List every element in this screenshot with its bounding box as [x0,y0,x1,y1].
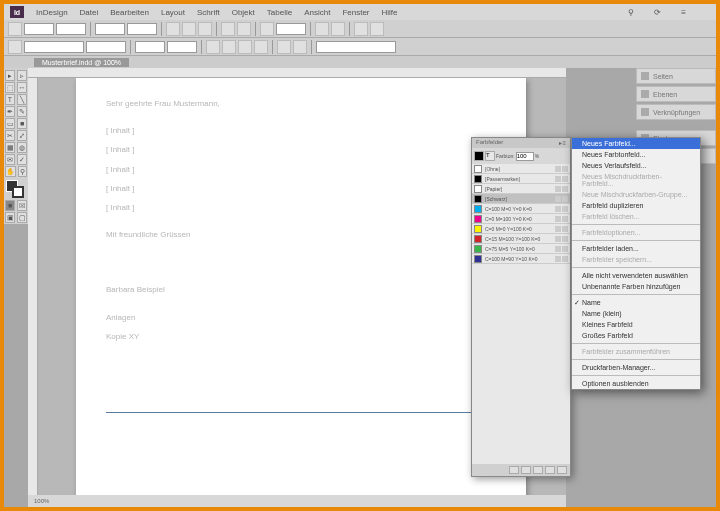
swatch-row[interactable]: [Papier] [472,184,570,194]
apply-color-button[interactable]: ■ [5,200,15,211]
swatch-row[interactable]: C=15 M=100 Y=100 K=0 [472,234,570,244]
show-color-swatches-button[interactable] [521,466,531,474]
show-gradient-swatches-button[interactable] [533,466,543,474]
menu-item[interactable]: Neues Farbfeld... [572,138,700,149]
menu-app[interactable]: InDesign [36,8,68,17]
panel-ebenen[interactable]: Ebenen [636,86,716,102]
menu-item[interactable]: Name (klein) [572,308,700,319]
h-field[interactable] [127,23,157,35]
note-tool[interactable]: ✉ [5,154,15,165]
menu-item[interactable]: Name [572,297,700,308]
menu-item[interactable]: Neues Farbtonfeld... [572,149,700,160]
menu-datei[interactable]: Datei [80,8,99,17]
zoom-level[interactable]: 100% [34,498,49,504]
tint-field[interactable] [516,152,534,161]
swatch-row[interactable]: C=0 M=100 Y=0 K=0 [472,214,570,224]
eyedropper-tool[interactable]: ✓ [17,154,27,165]
menu-item[interactable]: Alle nicht verwendeten auswählen [572,270,700,281]
menu-tabelle[interactable]: Tabelle [267,8,292,17]
fill-indicator-icon[interactable] [474,151,484,161]
font-style-field[interactable] [86,41,126,53]
fx-icon[interactable] [315,22,329,36]
w-field[interactable] [95,23,125,35]
show-all-swatches-button[interactable] [509,466,519,474]
gap-tool[interactable]: ↔ [17,82,27,93]
align-center-icon[interactable] [222,40,236,54]
menu-item[interactable]: Unbenannte Farben hinzufügen [572,281,700,292]
swatch-row[interactable]: C=75 M=5 Y=100 K=0 [472,244,570,254]
menu-layout[interactable]: Layout [161,8,185,17]
stroke-color-box[interactable] [12,186,24,198]
char-icon[interactable] [8,40,22,54]
bullets-icon[interactable] [293,40,307,54]
menu-item[interactable]: Kleines Farbfeld [572,319,700,330]
type-tool[interactable]: T [5,94,15,105]
menu-bearbeiten[interactable]: Bearbeiten [110,8,149,17]
fill-stroke-indicator[interactable] [6,180,24,198]
pencil-tool[interactable]: ✎ [17,106,27,117]
search-icon[interactable]: ⚲ [628,8,634,17]
indent-icon[interactable] [277,40,291,54]
swatch-row[interactable]: C=0 M=0 Y=100 K=0 [472,224,570,234]
justify-icon[interactable] [254,40,268,54]
menu-item[interactable]: Farbfeld duplizieren [572,200,700,211]
swatch-row[interactable]: [Passermarken] [472,174,570,184]
flip-h-icon[interactable] [221,22,235,36]
pen-tool[interactable]: ✒ [5,106,15,117]
rectangle-frame-tool[interactable]: ▭ [5,118,15,129]
menu-ansicht[interactable]: Ansicht [304,8,330,17]
vertical-ruler[interactable] [28,78,38,495]
gradient-tool[interactable]: ▦ [5,142,15,153]
page-tool[interactable]: ⬚ [5,82,15,93]
align-icon[interactable] [354,22,368,36]
menu-item[interactable]: Druckfarben-Manager... [572,362,700,373]
selection-indicator[interactable] [8,22,22,36]
menu-item[interactable]: Farbfelder laden... [572,243,700,254]
view-mode-preview[interactable]: ▢ [17,212,27,223]
zoom-tool[interactable]: ⚲ [18,166,27,177]
shear-icon[interactable] [198,22,212,36]
text-fill-icon[interactable]: T [485,151,495,161]
font-size-field[interactable] [135,41,165,53]
hand-tool[interactable]: ✋ [5,166,16,177]
menu-item[interactable]: Großes Farbfeld [572,330,700,341]
view-mode-normal[interactable]: ▣ [5,212,15,223]
swatch-row[interactable]: [Ohne] [472,164,570,174]
panel-seiten[interactable]: Seiten [636,68,716,84]
stroke-weight-icon[interactable] [260,22,274,36]
swatch-row[interactable]: C=100 M=0 Y=0 K=0 [472,204,570,214]
menu-objekt[interactable]: Objekt [232,8,255,17]
panel-menu-icon[interactable]: ▸≡ [559,139,566,147]
scissors-tool[interactable]: ✂ [5,130,15,141]
swatch-row[interactable]: [Schwarz] [472,194,570,204]
transform-tool[interactable]: ⤢ [17,130,27,141]
document-tab[interactable]: Musterbrief.indd @ 100% [34,58,129,67]
align-left-icon[interactable] [206,40,220,54]
scale-icon[interactable] [166,22,180,36]
menu-fenster[interactable]: Fenster [342,8,369,17]
new-swatch-button[interactable] [545,466,555,474]
y-field[interactable] [56,23,86,35]
stroke-field[interactable] [276,23,306,35]
menu-item[interactable]: Neues Verlaufsfeld... [572,160,700,171]
swatches-panel-header[interactable]: Farbfelder ▸≡ [472,138,570,148]
gradient-feather-tool[interactable]: ◍ [17,142,27,153]
menu-item[interactable]: Optionen ausblenden [572,378,700,389]
delete-swatch-button[interactable] [557,466,567,474]
distribute-icon[interactable] [370,22,384,36]
direct-selection-tool[interactable]: ▹ [17,70,27,81]
para-style-field[interactable] [316,41,396,53]
menu-icon[interactable]: ≡ [681,8,686,17]
rectangle-tool[interactable]: ■ [17,118,27,129]
apply-none-button[interactable]: ☒ [17,200,27,211]
rotate-icon[interactable] [182,22,196,36]
align-right-icon[interactable] [238,40,252,54]
sync-icon[interactable]: ⟳ [654,8,661,17]
leading-field[interactable] [167,41,197,53]
opacity-icon[interactable] [331,22,345,36]
font-family-field[interactable] [24,41,84,53]
flip-v-icon[interactable] [237,22,251,36]
selection-tool[interactable]: ▸ [5,70,15,81]
menu-hilfe[interactable]: Hilfe [382,8,398,17]
menu-schrift[interactable]: Schrift [197,8,220,17]
